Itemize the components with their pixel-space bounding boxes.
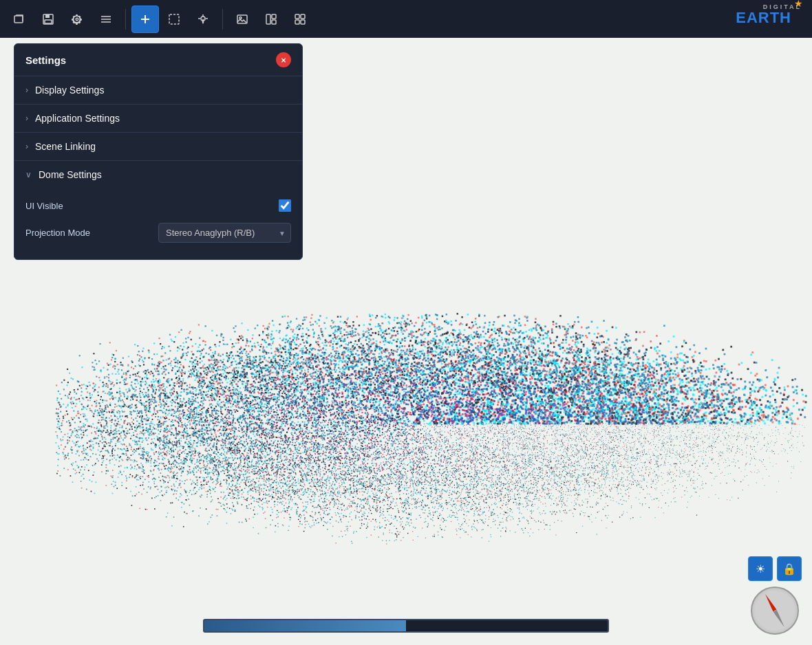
compass-rose[interactable] xyxy=(751,587,799,635)
toolbar-group-view xyxy=(228,6,314,33)
svg-rect-9 xyxy=(169,14,179,24)
compass-needle-north xyxy=(763,593,776,611)
dome-settings-arrow: ∨ xyxy=(25,170,32,179)
settings-close-button[interactable]: × xyxy=(276,52,291,67)
export-button[interactable] xyxy=(286,6,314,33)
dome-settings-label: Dome Settings xyxy=(39,169,102,180)
projection-mode-row: Projection Mode Stereo Anaglyph (R/B) Mo… xyxy=(25,217,291,248)
svg-point-12 xyxy=(239,17,242,19)
dome-settings-section: ∨ Dome Settings UI Visible Projection Mo… xyxy=(14,160,302,259)
svg-rect-2 xyxy=(45,14,50,18)
compass-circle xyxy=(751,587,799,635)
settings-title: Settings xyxy=(25,54,66,66)
new-window-button[interactable] xyxy=(6,6,33,33)
toolbar-separator-1 xyxy=(125,9,126,30)
scene-linking-arrow: › xyxy=(25,142,28,151)
logo-star-icon: ★ xyxy=(794,0,803,9)
sun-icon: ☀ xyxy=(756,562,765,576)
display-settings-section[interactable]: › Display Settings xyxy=(14,76,302,104)
toolbar-separator-2 xyxy=(222,9,223,30)
progress-bar-fill xyxy=(204,620,406,631)
projection-mode-label: Projection Mode xyxy=(25,228,158,238)
display-settings-label: Display Settings xyxy=(35,85,104,96)
select-tool-button[interactable] xyxy=(160,6,188,33)
view-button[interactable] xyxy=(257,6,285,33)
image-button[interactable] xyxy=(228,6,256,33)
dome-settings-content: UI Visible Projection Mode Stereo Anagly… xyxy=(14,188,302,259)
projection-mode-wrapper: Stereo Anaglyph (R/B) Mono Stereo Side-b… xyxy=(158,223,291,243)
toolbar: DIGITAL EARTH ★ xyxy=(0,0,812,38)
svg-rect-15 xyxy=(272,20,276,24)
svg-rect-19 xyxy=(301,20,305,24)
ui-visible-row: UI Visible xyxy=(25,194,291,217)
toolbar-group-tools xyxy=(131,6,217,33)
svg-rect-0 xyxy=(14,16,23,23)
settings-header: Settings × xyxy=(14,44,302,76)
ui-visible-checkbox[interactable] xyxy=(279,199,291,212)
scene-linking-section[interactable]: › Scene Linking xyxy=(14,132,302,160)
dome-settings-header[interactable]: ∨ Dome Settings xyxy=(14,161,302,188)
svg-rect-18 xyxy=(295,20,299,24)
lock-icon: 🔒 xyxy=(782,562,796,576)
svg-rect-3 xyxy=(45,20,52,23)
projection-mode-select[interactable]: Stereo Anaglyph (R/B) Mono Stereo Side-b… xyxy=(158,223,291,243)
toolbar-group-left xyxy=(6,6,120,33)
layers-button[interactable] xyxy=(92,6,120,33)
display-settings-arrow: › xyxy=(25,85,28,95)
ui-visible-label: UI Visible xyxy=(25,201,279,211)
save-button[interactable] xyxy=(34,6,62,33)
logo: DIGITAL EARTH ★ xyxy=(736,3,802,25)
bottom-right-controls: ☀ 🔒 xyxy=(748,556,802,635)
settings-gear-button[interactable] xyxy=(63,6,91,33)
bottom-bar xyxy=(203,619,609,633)
logo-earth-text: EARTH xyxy=(736,10,791,25)
location-tool-button[interactable] xyxy=(189,6,217,33)
svg-rect-17 xyxy=(301,14,305,19)
application-settings-arrow: › xyxy=(25,113,28,123)
lock-button[interactable]: 🔒 xyxy=(777,556,802,581)
sun-button[interactable]: ☀ xyxy=(748,556,773,581)
application-settings-section[interactable]: › Application Settings xyxy=(14,104,302,132)
settings-panel: Settings × › Display Settings › Applicat… xyxy=(14,43,303,260)
svg-rect-16 xyxy=(295,14,299,19)
progress-bar[interactable] xyxy=(203,619,609,633)
compass-needle-south xyxy=(773,610,786,628)
add-tool-button[interactable] xyxy=(131,6,159,33)
scene-linking-label: Scene Linking xyxy=(35,141,96,152)
svg-rect-13 xyxy=(266,14,270,24)
application-settings-label: Application Settings xyxy=(35,113,120,124)
svg-rect-14 xyxy=(272,14,276,19)
